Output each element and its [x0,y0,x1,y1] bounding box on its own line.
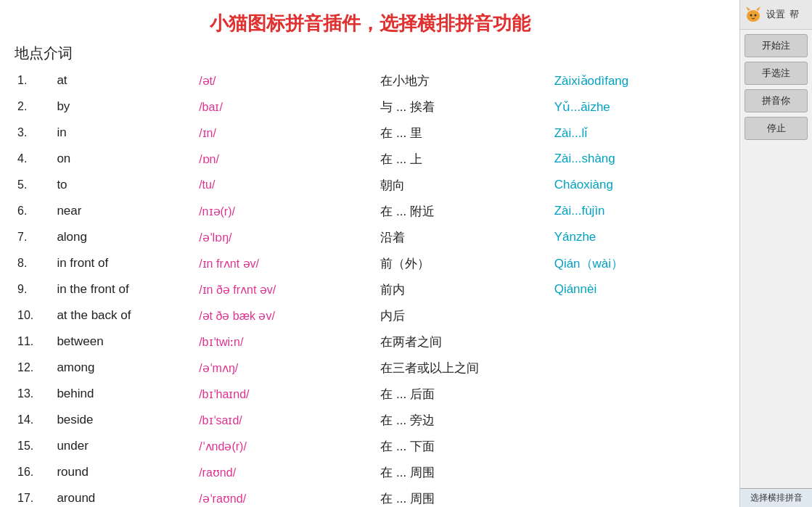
settings-link[interactable]: 设置 [766,8,785,21]
row-number: 1. [15,67,54,94]
row-chinese: 前（外） [377,250,551,276]
table-row: 9.in the front of/ɪn ðə frʌnt əv/前内Qiánn… [15,276,725,302]
row-chinese: 在 ... 周围 [377,485,551,507]
row-phonetic: /baɪ/ [196,94,377,120]
row-word: behind [54,381,196,407]
row-word: round [54,459,196,485]
row-phonetic: /əˈmʌŋ/ [196,355,377,381]
section-header: 地点介词 [15,44,725,63]
row-word: at the back of [54,302,196,329]
table-row: 14.beside/bɪˈsaɪd/在 ... 旁边 [15,407,725,433]
row-chinese: 与 ... 挨着 [377,94,551,120]
row-chinese: 内后 [377,302,551,329]
row-number: 5. [15,172,54,198]
row-number: 17. [15,485,54,507]
row-chinese: 在三者或以上之间 [377,355,551,381]
row-word: in [54,120,196,146]
table-row: 1.at/ət/在小地方Zàixiǎodìfang [15,67,725,94]
sidebar-panel: 设置 帮 开始注 手选注 拼音你 停止 选择横排拼音 [739,0,812,507]
row-number: 4. [15,146,54,172]
row-chinese: 在 ... 下面 [377,433,551,459]
row-pinyin [551,381,725,407]
row-number: 12. [15,355,54,381]
table-row: 10.at the back of/ət ðə bæk əv/内后 [15,302,725,329]
svg-point-0 [747,10,760,22]
row-pinyin [551,302,725,329]
row-pinyin [551,355,725,381]
table-row: 3.in/ɪn/在 ... 里Zài...lǐ [15,120,725,146]
row-pinyin [551,433,725,459]
row-chinese: 沿着 [377,224,551,250]
row-word: by [54,94,196,120]
row-pinyin: Qiánnèi [551,276,725,302]
row-number: 2. [15,94,54,120]
row-number: 3. [15,120,54,146]
pinyin-button[interactable]: 拼音你 [745,89,808,112]
row-chinese: 朝向 [377,172,551,198]
start-button[interactable]: 开始注 [745,34,808,57]
row-phonetic: /bɪˈtwiːn/ [196,329,377,355]
row-number: 6. [15,198,54,224]
svg-marker-2 [756,7,760,11]
row-word: among [54,355,196,381]
manual-select-button[interactable]: 手选注 [745,62,808,85]
row-phonetic: /tu/ [196,172,377,198]
stop-button[interactable]: 停止 [745,117,808,140]
row-phonetic: /ˈʌndə(r)/ [196,433,377,459]
row-phonetic: /bɪˈhaɪnd/ [196,381,377,407]
table-row: 15.under/ˈʌndə(r)/在 ... 下面 [15,433,725,459]
table-row: 16.round/raʊnd/在 ... 周围 [15,459,725,485]
row-pinyin: Cháoxiàng [551,172,725,198]
svg-point-4 [755,15,757,17]
row-phonetic: /ɪn frʌnt əv/ [196,250,377,276]
row-number: 10. [15,302,54,329]
row-phonetic: /raʊnd/ [196,459,377,485]
row-phonetic: /ɪn/ [196,120,377,146]
row-number: 16. [15,459,54,485]
table-row: 5.to/tu/朝向Cháoxiàng [15,172,725,198]
row-phonetic: /ət ðə bæk əv/ [196,302,377,329]
cat-icon [743,4,763,25]
row-chinese: 在 ... 附近 [377,198,551,224]
horizontal-pinyin-button[interactable]: 选择横排拼音 [740,488,812,507]
sidebar-top: 设置 帮 [740,0,812,30]
content-area: 小猫图标拼音插件，选择横排拼音功能 地点介词 1.at/ət/在小地方Zàixi… [0,0,739,507]
row-chinese: 在 ... 上 [377,146,551,172]
row-word: beside [54,407,196,433]
help-link[interactable]: 帮 [790,8,799,21]
row-pinyin [551,407,725,433]
table-row: 13.behind/bɪˈhaɪnd/在 ... 后面 [15,381,725,407]
row-word: near [54,198,196,224]
vocab-table: 1.at/ət/在小地方Zàixiǎodìfang2.by/baɪ/与 ... … [15,67,725,507]
row-number: 9. [15,276,54,302]
row-chinese: 在 ... 旁边 [377,407,551,433]
row-number: 13. [15,381,54,407]
row-chinese: 在 ... 里 [377,120,551,146]
row-chinese: 在 ... 周围 [377,459,551,485]
row-word: between [54,329,196,355]
row-number: 14. [15,407,54,433]
row-word: to [54,172,196,198]
row-phonetic: /bɪˈsaɪd/ [196,407,377,433]
row-pinyin: Zài...shàng [551,146,725,172]
table-row: 7.along/əˈlɒŋ/沿着Yánzhe [15,224,725,250]
row-pinyin [551,485,725,507]
row-number: 8. [15,250,54,276]
row-word: at [54,67,196,94]
row-pinyin [551,329,725,355]
table-row: 17.around/əˈraʊnd/在 ... 周围 [15,485,725,507]
row-phonetic: /nɪə(r)/ [196,198,377,224]
row-phonetic: /əˈlɒŋ/ [196,224,377,250]
row-pinyin: Yǔ...āizhe [551,94,725,120]
row-number: 7. [15,224,54,250]
row-pinyin: Yánzhe [551,224,725,250]
row-number: 15. [15,433,54,459]
page-title: 小猫图标拼音插件，选择横排拼音功能 [15,11,725,36]
table-row: 4.on/ɒn/在 ... 上Zài...shàng [15,146,725,172]
row-word: around [54,485,196,507]
row-pinyin: Qián（wài） [551,250,725,276]
table-row: 11.between/bɪˈtwiːn/在两者之间 [15,329,725,355]
row-word: in the front of [54,276,196,302]
row-chinese: 在小地方 [377,67,551,94]
table-row: 12.among/əˈmʌŋ/在三者或以上之间 [15,355,725,381]
